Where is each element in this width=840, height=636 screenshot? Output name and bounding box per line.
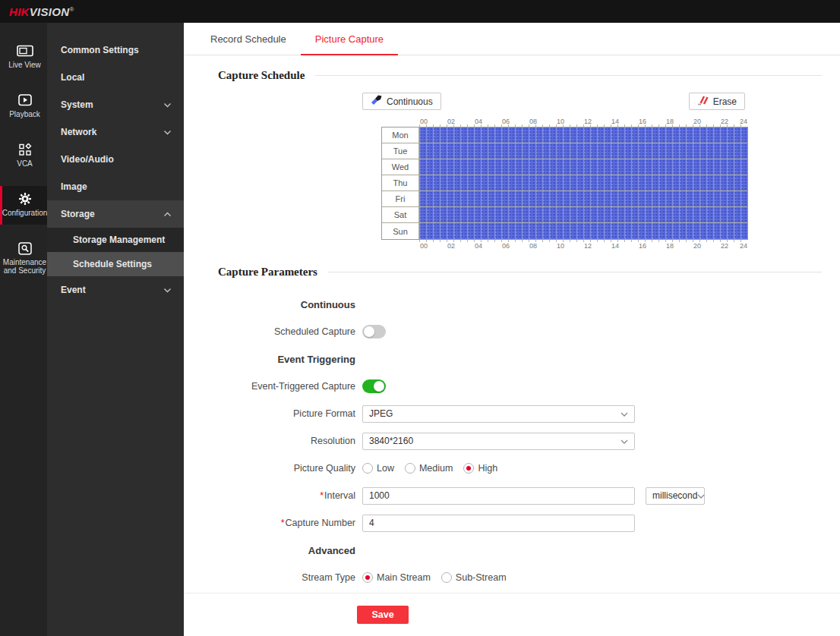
rail-item-label: Maintenance and Security <box>2 258 47 275</box>
picture-format-select[interactable]: JPEG <box>362 405 635 423</box>
stream-type-radio-sub-stream[interactable]: Sub-Stream <box>441 572 507 583</box>
picture-quality-radio-high[interactable]: High <box>463 463 497 474</box>
interval-label: *Interval <box>184 490 355 501</box>
chevron-down-icon <box>163 285 172 295</box>
stream-type-radio-main-stream[interactable]: Main Stream <box>362 572 431 583</box>
schedule-row-sat: Sat <box>382 207 747 223</box>
capture-schedule-grid: 00020406081012141618202224 MonTueWedThuF… <box>381 118 748 249</box>
interval-input[interactable] <box>362 487 635 505</box>
day-label[interactable]: Tue <box>382 143 419 159</box>
schedule-bar-sat[interactable] <box>419 207 747 222</box>
picture-quality-radio-medium[interactable]: Medium <box>405 463 453 474</box>
resolution-value: 3840*2160 <box>369 436 413 446</box>
scheduled-capture-toggle[interactable] <box>362 325 386 338</box>
schedule-bar-mon[interactable] <box>419 128 747 143</box>
event-triggered-capture-label: Event-Triggered Capture <box>184 381 355 392</box>
schedule-bar-thu[interactable] <box>419 175 747 190</box>
rail-item-playback[interactable]: Playback <box>0 87 47 126</box>
sidebar-item-video-audio[interactable]: Video/Audio <box>47 146 184 173</box>
scheduled-capture-label: Scheduled Capture <box>184 326 355 337</box>
time-label: 10 <box>557 242 564 250</box>
day-label[interactable]: Thu <box>382 175 419 190</box>
tab-record-schedule[interactable]: Record Schedule <box>196 23 301 55</box>
time-label: 10 <box>557 118 564 125</box>
event-triggered-capture-toggle[interactable] <box>362 379 386 393</box>
time-label: 06 <box>502 118 510 125</box>
time-label: 08 <box>529 242 537 250</box>
sidebar-item-schedule-settings[interactable]: Schedule Settings <box>47 252 184 276</box>
advanced-heading-row: Advanced <box>184 537 840 564</box>
required-asterisk: * <box>281 518 285 528</box>
tab-bar: Record SchedulePicture Capture <box>184 23 840 55</box>
app-body: Live ViewPlaybackVCAConfigurationMainten… <box>0 23 840 636</box>
schedule-row-tue: Tue <box>382 143 747 159</box>
radio-label: Main Stream <box>377 572 431 583</box>
radio-label: Low <box>377 463 394 474</box>
stream-type-label: Stream Type <box>184 572 355 583</box>
rail-item-maintenance[interactable]: Maintenance and Security <box>0 235 47 282</box>
time-axis-top: 00020406081012141618202224 <box>419 118 747 127</box>
chevron-up-icon <box>163 209 172 219</box>
sidebar-item-storage[interactable]: Storage <box>47 200 184 228</box>
day-label[interactable]: Fri <box>382 191 419 206</box>
schedule-row-mon: Mon <box>382 128 747 143</box>
continuous-button-label: Continuous <box>387 96 433 107</box>
tab-picture-capture[interactable]: Picture Capture <box>301 23 398 55</box>
schedule-bar-wed[interactable] <box>419 159 747 175</box>
picture-format-value: JPEG <box>369 408 393 419</box>
time-label: 08 <box>529 118 537 125</box>
picture-quality-radio-group: LowMediumHigh <box>362 463 508 474</box>
main-content: Record SchedulePicture Capture Capture S… <box>184 23 840 636</box>
chevron-down-icon <box>697 490 705 501</box>
chevron-down-icon <box>621 408 628 419</box>
required-asterisk: * <box>320 490 324 501</box>
sidebar-item-event[interactable]: Event <box>47 276 184 304</box>
time-label: 24 <box>740 242 747 250</box>
day-label[interactable]: Sun <box>382 223 419 239</box>
time-label: 04 <box>475 242 482 250</box>
continuous-button[interactable]: Continuous <box>362 93 441 110</box>
sidebar-item-label: Storage Management <box>73 235 165 245</box>
sidebar-item-image[interactable]: Image <box>47 173 184 200</box>
sidebar-item-label: Common Settings <box>61 45 139 55</box>
continuous-heading: Continuous <box>184 299 355 310</box>
sidebar-item-storage-management[interactable]: Storage Management <box>47 228 184 252</box>
sidebar-item-network[interactable]: Network <box>47 118 184 146</box>
sidebar-item-common-settings[interactable]: Common Settings <box>47 36 184 64</box>
toggle-knob <box>364 326 374 337</box>
time-axis-bottom: 00020406081012141618202224 <box>419 240 747 249</box>
schedule-bar-tue[interactable] <box>419 143 747 159</box>
day-label[interactable]: Sat <box>382 207 419 222</box>
picture-format-row: Picture Format JPEG <box>184 400 840 427</box>
time-label: 00 <box>420 118 428 125</box>
radio-circle <box>362 572 373 583</box>
eraser-icon <box>697 95 709 108</box>
hikvision-logo: HIKVISION® <box>9 5 74 18</box>
sidebar-item-system[interactable]: System <box>47 91 184 118</box>
day-label[interactable]: Wed <box>382 159 419 175</box>
schedule-bar-fri[interactable] <box>419 191 747 206</box>
play-icon <box>18 93 32 107</box>
schedule-bar-sun[interactable] <box>419 223 747 239</box>
resolution-select[interactable]: 3840*2160 <box>362 433 635 450</box>
save-button[interactable]: Save <box>357 606 409 624</box>
schedule-tools: Continuous Erase <box>362 93 745 110</box>
advanced-heading: Advanced <box>184 545 355 556</box>
rail-item-configuration[interactable]: Configuration <box>0 186 47 225</box>
resolution-row: Resolution 3840*2160 <box>184 427 840 455</box>
capture-number-input[interactable] <box>362 515 635 532</box>
rail-item-vca[interactable]: VCA <box>0 137 47 175</box>
erase-button[interactable]: Erase <box>689 93 745 110</box>
rail-item-live-view[interactable]: Live View <box>0 38 47 77</box>
radio-circle <box>463 463 474 474</box>
radio-circle <box>405 463 415 474</box>
day-label[interactable]: Mon <box>382 128 419 143</box>
scheduled-capture-row: Scheduled Capture <box>184 318 840 345</box>
time-label: 12 <box>584 242 592 250</box>
interval-unit-select[interactable]: millisecond <box>646 487 705 505</box>
continuous-heading-row: Continuous <box>184 291 840 318</box>
sidebar-item-local[interactable]: Local <box>47 64 184 91</box>
section-divider <box>315 75 822 76</box>
picture-quality-radio-low[interactable]: Low <box>362 463 394 474</box>
rail-item-label: VCA <box>17 159 33 168</box>
